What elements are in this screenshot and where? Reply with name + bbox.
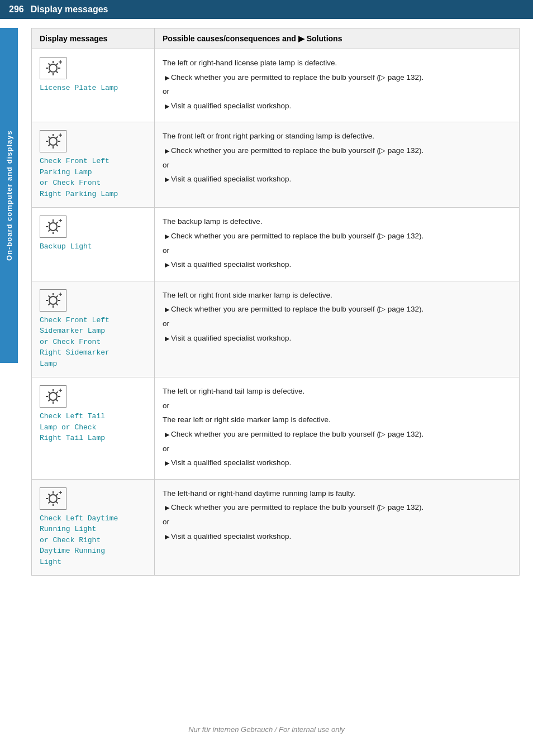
- svg-line-63: [49, 502, 50, 504]
- solution-item: or: [163, 443, 511, 455]
- svg-line-29: [56, 222, 58, 224]
- table-row: Backup LightThe backup lamp is defective…: [32, 208, 520, 281]
- lamp-warning-icon: [40, 57, 66, 79]
- solution-item: Visit a qualified specialist workshop.: [163, 100, 511, 112]
- right-cell-row-daytime: The left-hand or right-hand daytime runn…: [155, 479, 520, 576]
- left-cell-row-tail-lamp: Check Left TailLamp or CheckRight Tail L…: [32, 377, 155, 480]
- solution-item: or: [163, 245, 511, 257]
- display-message-label: License Plate Lamp: [40, 83, 146, 94]
- display-message-label: Check Front LeftParking Lampor Check Fro…: [40, 156, 146, 199]
- svg-point-0: [49, 64, 57, 72]
- description-text: The rear left or right side marker lamp …: [163, 414, 511, 426]
- sidebar-label: On-board computer and displays: [0, 28, 18, 363]
- table-row: License Plate LampThe left or right-hand…: [32, 49, 520, 122]
- description-text: The left-hand or right-hand daytime runn…: [163, 487, 511, 500]
- svg-line-51: [56, 392, 58, 394]
- solution-item: or: [163, 318, 511, 330]
- svg-point-11: [49, 137, 57, 145]
- page-title: Display messages: [31, 4, 108, 15]
- display-message-label: Check Front LeftSidemarker Lampor Check …: [40, 315, 146, 370]
- description-text: The backup lamp is defective.: [163, 216, 511, 228]
- description-text: The left or right-hand license plate lam…: [163, 57, 511, 69]
- svg-line-38: [49, 295, 50, 297]
- left-cell-row-front-parking: Check Front LeftParking Lampor Check Fro…: [32, 122, 155, 208]
- svg-point-44: [49, 393, 57, 400]
- right-cell-row-tail-lamp: The left or right-hand tail lamp is defe…: [155, 377, 520, 480]
- lamp-warning-icon: [40, 130, 66, 152]
- table-row: Check Left TailLamp or CheckRight Tail L…: [32, 377, 520, 480]
- left-cell-row-daytime: Check Left DaytimeRunning Lightor Check …: [32, 479, 155, 576]
- table-row: Check Left DaytimeRunning Lightor Check …: [32, 479, 520, 576]
- svg-point-55: [49, 495, 57, 503]
- svg-line-17: [56, 145, 58, 146]
- display-message-label: Check Left DaytimeRunning Lightor Check …: [40, 513, 146, 568]
- svg-line-41: [49, 303, 50, 305]
- svg-line-28: [56, 230, 58, 232]
- solution-item: Visit a qualified specialist workshop.: [163, 259, 511, 271]
- svg-line-27: [49, 222, 50, 224]
- svg-line-16: [49, 137, 50, 138]
- description-text: The front left or front right parking or…: [163, 130, 511, 142]
- right-cell-row-front-parking: The front left or front right parking or…: [155, 122, 520, 208]
- lamp-warning-icon: [40, 385, 66, 408]
- svg-line-60: [49, 494, 50, 495]
- right-cell-row-license-plate: The left or right-hand license plate lam…: [155, 49, 520, 122]
- display-message-label: Check Left TailLamp or CheckRight Tail L…: [40, 411, 146, 444]
- display-messages-table: Display messages Possible causes/consequ…: [31, 28, 520, 576]
- page-header: 296 Display messages: [0, 0, 533, 19]
- solution-item: Check whether you are permitted to repla…: [163, 71, 511, 84]
- solution-item: Visit a qualified specialist workshop.: [163, 173, 511, 185]
- display-message-label: Backup Light: [40, 241, 146, 252]
- solution-item: Visit a qualified specialist workshop.: [163, 530, 511, 543]
- solution-item: Check whether you are permitted to repla…: [163, 230, 511, 242]
- solution-item: Visit a qualified specialist workshop.: [163, 457, 511, 469]
- lamp-warning-icon: [40, 487, 66, 510]
- right-cell-row-backup-light: The backup lamp is defective.Check wheth…: [155, 208, 520, 281]
- svg-line-8: [49, 71, 50, 73]
- svg-line-7: [56, 64, 58, 65]
- lamp-warning-icon: [40, 216, 66, 238]
- solution-item: or: [163, 85, 511, 98]
- description-text: The left or right front side marker lamp…: [163, 289, 511, 302]
- solution-item: Check whether you are permitted to repla…: [163, 428, 511, 441]
- svg-line-39: [56, 303, 58, 305]
- lamp-warning-icon: [40, 289, 66, 312]
- description-text: The left or right-hand tail lamp is defe…: [163, 385, 511, 398]
- svg-line-62: [56, 494, 58, 495]
- left-cell-row-front-sidemarker: Check Front LeftSidemarker Lampor Check …: [32, 281, 155, 377]
- right-cell-row-front-sidemarker: The left or right front side marker lamp…: [155, 281, 520, 377]
- table-row: Check Front LeftSidemarker Lampor Check …: [32, 281, 520, 377]
- description-text: or: [163, 400, 511, 412]
- svg-line-61: [56, 502, 58, 504]
- svg-point-33: [49, 296, 57, 304]
- svg-line-18: [56, 137, 58, 138]
- col-header-messages: Display messages: [32, 28, 155, 49]
- main-content: Display messages Possible causes/consequ…: [18, 19, 533, 585]
- solution-item: Check whether you are permitted to repla…: [163, 501, 511, 514]
- svg-line-19: [49, 145, 50, 146]
- table-row: Check Front LeftParking Lampor Check Fro…: [32, 122, 520, 208]
- svg-line-50: [56, 400, 58, 401]
- svg-line-30: [49, 230, 50, 232]
- solution-item: Check whether you are permitted to repla…: [163, 145, 511, 157]
- col-header-solutions: Possible causes/consequences and ▶ Solut…: [155, 28, 520, 49]
- page-number: 296: [9, 4, 24, 15]
- svg-line-40: [56, 295, 58, 297]
- solution-item: or: [163, 516, 511, 528]
- solution-item: Visit a qualified specialist workshop.: [163, 332, 511, 344]
- svg-point-22: [49, 223, 57, 231]
- footer-text: Nur für internen Gebrauch / For internal…: [0, 714, 533, 745]
- svg-line-5: [49, 64, 50, 65]
- solution-item: Check whether you are permitted to repla…: [163, 303, 511, 315]
- svg-line-6: [56, 71, 58, 73]
- solution-item: or: [163, 159, 511, 171]
- left-cell-row-license-plate: License Plate Lamp: [32, 49, 155, 122]
- svg-line-52: [49, 400, 50, 401]
- svg-line-49: [49, 392, 50, 394]
- left-cell-row-backup-light: Backup Light: [32, 208, 155, 281]
